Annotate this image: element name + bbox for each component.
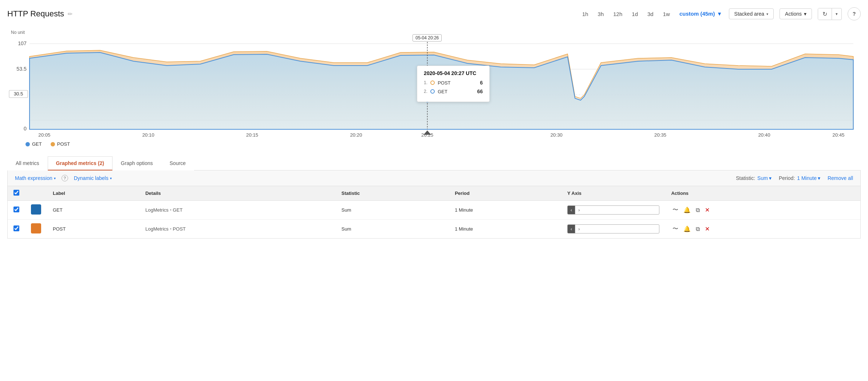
get-color-swatch [31,204,41,215]
svg-text:53.5: 53.5 [16,66,27,72]
row-get-label-cell: GET [47,201,139,220]
y-axis-right-btn-get[interactable]: › [575,206,583,214]
col-statistic: Statistic [336,186,449,201]
period-dropdown[interactable]: 1 Minute ▾ [797,175,820,181]
time-btn-1w[interactable]: 1w [661,9,672,19]
y-axis-left-btn-get[interactable]: ‹ [568,206,575,214]
y-axis-nav-post: ‹ › [567,224,659,233]
row-get-check-cell [8,201,25,220]
row-get-period-cell: 1 Minute [449,201,561,220]
row-get-yaxis-cell: ‹ › [561,201,665,220]
toolbar-help-icon[interactable]: ? [62,175,68,181]
tooltip-item-get: 2. GET 66 [424,89,483,94]
metrics-section: Math expression ▾ ? Dynamic labels ▾ Sta… [7,170,861,239]
time-btn-12h[interactable]: 12h [611,9,624,19]
get-chart-icon[interactable]: 〜 [671,205,680,215]
time-btn-custom[interactable]: custom (45m) ▾ [677,9,723,19]
post-chart-icon[interactable]: 〜 [671,224,680,233]
time-btn-3d[interactable]: 3d [645,9,656,19]
period-control: Period: 1 Minute ▾ [779,175,820,181]
statistic-dropdown[interactable]: Sum ▾ [757,175,772,181]
actions-dropdown[interactable]: Actions ▾ [780,8,812,19]
refresh-group: ↻ ▾ [818,8,842,20]
svg-text:20:10: 20:10 [142,132,154,138]
post-remove-icon[interactable]: ✕ [703,225,711,233]
tab-bar: All metrics Graphed metrics (2) Graph op… [7,156,861,170]
col-color [25,186,47,201]
time-btn-1h[interactable]: 1h [580,9,591,19]
post-copy-icon[interactable]: ⧉ [694,225,701,233]
tab-graph-options[interactable]: Graph options [113,156,161,170]
refresh-button[interactable]: ↻ [818,8,832,20]
metrics-toolbar: Math expression ▾ ? Dynamic labels ▾ Sta… [8,170,860,186]
legend-post-dot [51,142,55,146]
col-label: Label [47,186,139,201]
legend-get-dot [25,142,30,146]
table-row: GET LogMetrics • GET Sum 1 Minute ‹ › [8,201,860,220]
header-left: HTTP Requests ✏ [7,9,72,19]
post-dot [430,80,435,85]
get-copy-icon[interactable]: ⧉ [694,206,701,214]
svg-text:20:20: 20:20 [350,132,362,138]
chart-legend: GET POST [7,138,861,147]
math-expression-button[interactable]: Math expression ▾ [15,175,56,181]
row-post-action-buttons: 〜 🔔 ⧉ ✕ [671,224,855,233]
header-controls: 1h 3h 12h 1d 3d 1w custom (45m) ▾ Stacke… [580,7,861,20]
row-post-color-cell [25,220,47,239]
post-color-swatch [31,223,41,233]
svg-text:20:35: 20:35 [654,132,666,138]
y-axis-right-btn-post[interactable]: › [575,225,583,233]
y-axis-nav-get: ‹ › [567,205,659,215]
toolbar-left: Math expression ▾ ? Dynamic labels ▾ [15,175,112,181]
col-actions: Actions [665,186,860,201]
get-bell-icon[interactable]: 🔔 [682,206,692,214]
crosshair-label: 05-04 20:26 [413,34,442,42]
svg-text:20:30: 20:30 [551,132,563,138]
tooltip-item-post: 1. POST 6 [424,80,483,86]
y-axis-left-btn-post[interactable]: ‹ [568,225,575,233]
tab-source[interactable]: Source [161,156,194,170]
metrics-table: Label Details Statistic Period Y Axis Ac… [8,186,860,238]
row-post-period-cell: 1 Minute [449,220,561,239]
row-post-details-cell: LogMetrics • POST [139,220,336,239]
row-get-action-buttons: 〜 🔔 ⧉ ✕ [671,205,855,215]
chart-tooltip: 2020-05-04 20:27 UTC 1. POST 6 2. GET [417,66,490,102]
help-button[interactable]: ? [848,7,861,20]
legend-get: GET [25,141,42,147]
post-bell-icon[interactable]: 🔔 [682,225,692,233]
header: HTTP Requests ✏ 1h 3h 12h 1d 3d 1w custo… [7,7,861,20]
legend-post: POST [51,141,70,147]
chart-container[interactable]: 05-04 20:26 [7,36,861,138]
svg-text:107: 107 [18,40,27,46]
chart-type-dropdown[interactable]: Stacked area ▾ [729,8,774,19]
table-row: POST LogMetrics • POST Sum 1 Minute ‹ › [8,220,860,239]
select-all-checkbox[interactable] [13,190,19,196]
row-post-yaxis-cell: ‹ › [561,220,665,239]
time-btn-1d[interactable]: 1d [630,9,640,19]
row-get-actions-cell: 〜 🔔 ⧉ ✕ [665,201,860,220]
tab-graphed-metrics[interactable]: Graphed metrics (2) [48,156,113,170]
svg-text:30.5: 30.5 [14,91,23,97]
toolbar-right: Statistic: Sum ▾ Period: 1 Minute ▾ Remo… [736,175,853,181]
page-title: HTTP Requests [7,9,64,19]
refresh-caret-button[interactable]: ▾ [832,9,841,19]
remove-all-button[interactable]: Remove all [828,175,853,181]
get-remove-icon[interactable]: ✕ [703,206,711,214]
col-yaxis: Y Axis [561,186,665,201]
row-post-actions-cell: 〜 🔔 ⧉ ✕ [665,220,860,239]
row-post-checkbox[interactable] [13,225,19,231]
tab-all-metrics[interactable]: All metrics [7,156,48,170]
row-get-details-cell: LogMetrics • GET [139,201,336,220]
col-details: Details [139,186,336,201]
col-period: Period [449,186,561,201]
time-range-buttons: 1h 3h 12h 1d 3d 1w custom (45m) ▾ [580,9,723,19]
edit-icon[interactable]: ✏ [68,11,72,17]
tooltip-date: 2020-05-04 20:27 UTC [424,70,483,76]
svg-text:0: 0 [24,126,27,131]
statistic-control: Statistic: Sum ▾ [736,175,772,181]
dynamic-labels-button[interactable]: Dynamic labels ▾ [74,175,112,181]
row-get-checkbox[interactable] [13,207,19,212]
row-post-statistic-cell: Sum [336,220,449,239]
time-btn-3h[interactable]: 3h [596,9,606,19]
get-dot [430,89,435,94]
